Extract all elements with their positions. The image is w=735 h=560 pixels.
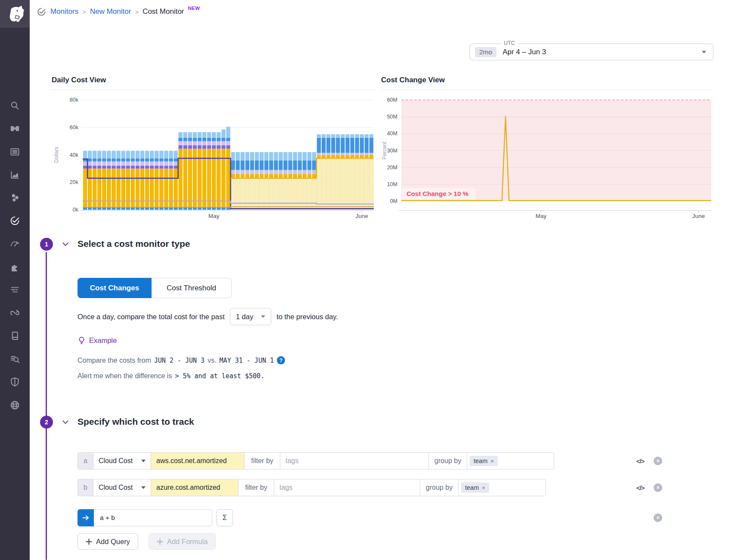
chevron-down-icon[interactable] xyxy=(702,51,706,53)
svg-text:40M: 40M xyxy=(387,131,397,137)
formula-toggle-button[interactable] xyxy=(78,509,94,526)
chevron-down-icon xyxy=(261,315,265,318)
step-2-badge: 2 xyxy=(40,416,53,429)
data-source-select[interactable]: Cloud Cost xyxy=(93,452,151,470)
help-icon[interactable]: ? xyxy=(277,356,285,364)
svg-text:0k: 0k xyxy=(73,207,79,213)
filter-lines-icon[interactable] xyxy=(0,280,30,299)
svg-text:60k: 60k xyxy=(70,124,79,131)
filter-tags-input[interactable] xyxy=(280,457,428,465)
step-1-badge: 1 xyxy=(40,238,53,251)
binoculars-icon[interactable] xyxy=(0,118,30,138)
filter-by-label: filter by xyxy=(238,479,274,496)
lightbulb-icon xyxy=(78,336,86,345)
period-value: 1 day xyxy=(236,313,253,321)
query-letter: b xyxy=(78,479,93,496)
add-formula-button[interactable]: Add Formula xyxy=(149,533,216,550)
loop-arrow-icon[interactable] xyxy=(0,303,30,323)
magnifier-icon[interactable] xyxy=(0,96,30,115)
example-alert-line: Alert me when the difference is > 5% and… xyxy=(78,372,264,380)
group-tag-pill[interactable]: team × xyxy=(470,456,498,466)
book-icon[interactable] xyxy=(0,326,30,345)
chevron-down-icon xyxy=(141,460,146,462)
gauge-icon[interactable] xyxy=(0,233,30,253)
daily-cost-plot: 0k20k40k60k80kDollarsMayJune xyxy=(52,90,375,219)
globe-icon[interactable] xyxy=(0,395,30,415)
puzzle-icon[interactable] xyxy=(0,257,30,277)
add-formula-label: Add Formula xyxy=(167,538,208,546)
filter-tags-field[interactable] xyxy=(274,479,420,496)
add-buttons-row: Add Query Add Formula xyxy=(78,533,216,550)
collapse-section-1-chevron-icon[interactable] xyxy=(61,240,70,249)
breadcrumb-separator: > xyxy=(82,8,86,16)
formula-input[interactable] xyxy=(94,509,212,526)
remove-query-a-icon[interactable]: × xyxy=(654,457,662,465)
add-query-label: Add Query xyxy=(96,538,130,546)
breadcrumb-separator: > xyxy=(135,8,139,16)
collapse-section-2-chevron-icon[interactable] xyxy=(61,418,70,426)
breadcrumb-new-monitor-link[interactable]: New Monitor xyxy=(90,7,131,16)
datadog-logo[interactable] xyxy=(0,0,30,28)
remove-formula-icon[interactable]: × xyxy=(654,513,662,522)
time-range-picker[interactable]: UTC 2mo Apr 4 – Jun 3 xyxy=(469,44,713,60)
group-tag-label: team xyxy=(474,457,487,464)
svg-text:0M: 0M xyxy=(390,198,397,204)
daily-cost-chart: Daily Cost View 0k20k40k60k80kDollarsMay… xyxy=(52,76,375,219)
example-compare-line: Compare the costs from JUN 2 - JUN 3 vs.… xyxy=(78,356,285,364)
svg-text:Percent: Percent xyxy=(381,141,388,159)
dog-mascot-icon xyxy=(6,4,25,23)
hexagons-icon[interactable] xyxy=(0,187,30,207)
svg-text:May: May xyxy=(536,213,547,219)
sigma-functions-button[interactable]: Σ xyxy=(217,509,233,526)
metric-field[interactable]: azure.cost.amortized xyxy=(151,479,239,496)
sentence-before: Once a day, compare the total cost for t… xyxy=(78,313,225,321)
group-tag-label: team xyxy=(465,484,479,491)
filter-tags-field[interactable] xyxy=(280,452,429,470)
query-letter: a xyxy=(78,452,93,470)
section-2-title: Specify which cost to track xyxy=(78,417,194,427)
svg-text:80k: 80k xyxy=(70,97,79,103)
compare-prefix: Compare the costs from xyxy=(78,357,151,364)
metric-field[interactable]: aws.cost.net.amortized xyxy=(151,452,245,470)
svg-text:Cost Change > 10 %: Cost Change > 10 % xyxy=(406,190,468,197)
compare-range-a: JUN 2 - JUN 3 xyxy=(154,357,205,364)
group-tag-pill[interactable]: team × xyxy=(461,482,489,493)
period-select[interactable]: 1 day xyxy=(230,308,271,325)
compare-vs: vs. xyxy=(208,357,216,364)
cost-change-chart: Cost Change View 0M10M20M30M40M50M60MPer… xyxy=(381,76,713,219)
group-by-label: group by xyxy=(428,452,467,470)
search-lines-icon[interactable] xyxy=(0,349,30,369)
area-chart-icon[interactable] xyxy=(0,165,30,184)
arrow-right-icon xyxy=(82,514,90,522)
add-query-button[interactable]: Add Query xyxy=(78,533,138,550)
remove-tag-icon[interactable]: × xyxy=(490,458,494,464)
svg-text:20M: 20M xyxy=(387,165,397,171)
tab-cost-changes[interactable]: Cost Changes xyxy=(78,278,152,298)
svg-text:May: May xyxy=(208,213,220,219)
group-by-field[interactable]: team × xyxy=(458,479,546,496)
filter-tags-input[interactable] xyxy=(274,484,420,492)
shield-icon[interactable] xyxy=(0,372,30,392)
chevron-down-icon xyxy=(141,486,146,489)
section-1-title: Select a cost monitor type xyxy=(78,239,190,249)
code-view-icon[interactable]: </> xyxy=(634,484,647,492)
dashboard-board-icon[interactable] xyxy=(0,142,30,162)
group-by-field[interactable]: team × xyxy=(467,452,554,470)
target-check-icon[interactable] xyxy=(0,211,30,230)
query-row-a: a Cloud Cost aws.cost.net.amortized filt… xyxy=(78,452,554,470)
monitor-target-check-icon xyxy=(37,7,47,17)
compare-range-b: MAY 31 - JUN 1 xyxy=(220,357,274,364)
svg-text:50M: 50M xyxy=(387,114,397,120)
daily-cost-chart-title: Daily Cost View xyxy=(52,76,375,86)
breadcrumb-current-page: Cost Monitor xyxy=(143,7,184,16)
section-rail xyxy=(46,252,47,560)
breadcrumb-monitors-link[interactable]: Monitors xyxy=(50,7,78,16)
plus-icon xyxy=(86,538,92,545)
group-by-label: group by xyxy=(420,479,459,496)
code-view-icon[interactable]: </> xyxy=(634,457,647,465)
data-source-select[interactable]: Cloud Cost xyxy=(93,479,151,496)
remove-tag-icon[interactable]: × xyxy=(482,485,485,491)
sidebar xyxy=(0,0,30,560)
tab-cost-threshold[interactable]: Cost Threshold xyxy=(152,278,232,298)
remove-query-b-icon[interactable]: × xyxy=(654,483,662,492)
